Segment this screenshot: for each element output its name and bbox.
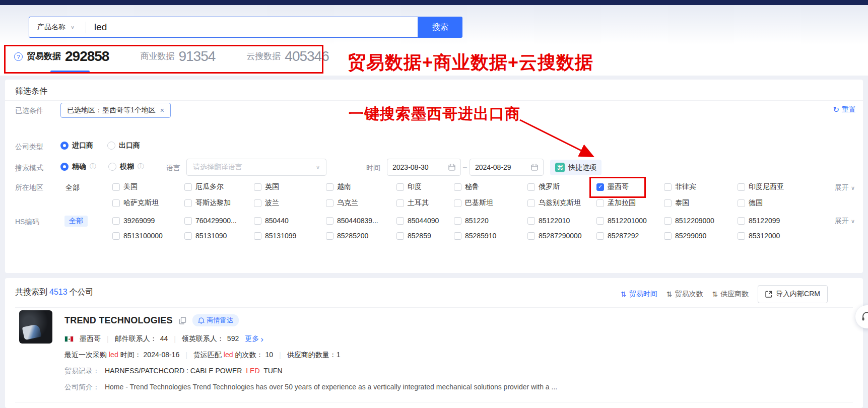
region-checkbox-russia[interactable]: 俄罗斯 bbox=[527, 182, 596, 191]
region-checkbox-thailand[interactable]: 泰国 bbox=[664, 198, 738, 208]
remove-tag-icon[interactable]: × bbox=[160, 106, 164, 114]
checkbox-icon bbox=[184, 183, 192, 191]
hs-checkbox[interactable]: 850440 bbox=[254, 217, 326, 225]
hs-checkbox[interactable]: 39269099 bbox=[112, 217, 184, 225]
checkbox-icon bbox=[664, 232, 672, 240]
region-row-1: 美国 厄瓜多尔 英国 越南 印度 秘鲁 俄罗斯 墨西哥 菲律宾 印度尼西亚 bbox=[112, 182, 813, 191]
region-label: 所在地区 bbox=[15, 183, 43, 192]
sort-by-trade-count[interactable]: ⇅ 贸易次数 bbox=[666, 290, 703, 299]
region-checkbox-india[interactable]: 印度 bbox=[396, 182, 454, 191]
checkbox-icon bbox=[738, 183, 745, 191]
more-contacts-link[interactable]: 更多 › bbox=[245, 334, 263, 344]
region-row-2: 哈萨克斯坦 哥斯达黎加 波兰 乌克兰 土耳其 巴基斯坦 乌兹别克斯坦 孟加拉国 … bbox=[112, 198, 813, 208]
region-checkbox-poland[interactable]: 波兰 bbox=[254, 198, 326, 208]
checkbox-icon bbox=[254, 199, 261, 207]
result-count-suffix: 个公司 bbox=[70, 288, 94, 296]
info-icon[interactable]: ⓘ bbox=[90, 162, 96, 171]
date-from-input[interactable]: 2023-08-30 bbox=[387, 159, 461, 176]
region-checkbox-kazakhstan[interactable]: 哈萨克斯坦 bbox=[112, 198, 184, 208]
region-checkbox-germany[interactable]: 德国 bbox=[738, 198, 813, 208]
region-checkbox-ecuador[interactable]: 厄瓜多尔 bbox=[184, 182, 254, 191]
email-contacts-label: 邮件联系人： bbox=[115, 334, 157, 343]
hs-checkbox[interactable]: 852859 bbox=[396, 232, 454, 240]
hs-checkbox[interactable]: 85285910 bbox=[454, 232, 527, 240]
company-name[interactable]: TREND TECHNOLOGIES bbox=[64, 315, 173, 326]
chevron-down-icon: ∨ bbox=[851, 185, 855, 191]
supplier-count-label: 供应商的数量： bbox=[287, 351, 337, 359]
search-input[interactable] bbox=[86, 17, 418, 37]
checkbox-label: 850440 bbox=[265, 217, 289, 225]
region-checkbox-turkey[interactable]: 土耳其 bbox=[396, 198, 454, 208]
hs-checkbox[interactable]: 85287290000 bbox=[527, 232, 596, 240]
radio-fuzzy[interactable]: 模糊 ⓘ bbox=[108, 162, 144, 171]
region-checkbox-bangladesh[interactable]: 孟加拉国 bbox=[596, 198, 664, 208]
search-button[interactable]: 搜索 bbox=[418, 17, 462, 38]
checkbox-label: 8513100000 bbox=[123, 232, 163, 240]
checkbox-label: 菲律宾 bbox=[675, 182, 696, 191]
checkbox-label: 德国 bbox=[749, 198, 763, 208]
checkbox-icon bbox=[184, 199, 192, 207]
language-select[interactable]: 请选择翻译语言 ∨ bbox=[186, 159, 326, 176]
region-checkbox-indonesia[interactable]: 印度尼西亚 bbox=[738, 182, 813, 191]
hs-checkbox[interactable]: 85122099 bbox=[738, 217, 813, 225]
hs-checkbox[interactable]: 8512201000 bbox=[596, 217, 664, 225]
freight-count: 10 bbox=[265, 351, 273, 359]
hs-checkbox[interactable]: 85131099 bbox=[254, 232, 326, 240]
radio-exact[interactable]: 精确 ⓘ bbox=[60, 162, 96, 171]
mexico-flag-icon bbox=[64, 336, 74, 342]
hs-checkbox[interactable]: 8512209000 bbox=[664, 217, 738, 225]
hs-checkbox[interactable]: 85285200 bbox=[326, 232, 396, 240]
checkbox-label: 851220 bbox=[465, 217, 489, 225]
company-title-row: TREND TECHNOLOGIES 商情雷达 bbox=[64, 314, 239, 326]
copy-icon[interactable] bbox=[179, 317, 186, 324]
search-field-select[interactable]: 产品名称 ∨ bbox=[29, 17, 86, 37]
region-checkbox-peru[interactable]: 秘鲁 bbox=[454, 182, 527, 191]
hs-expand-button[interactable]: 展开 ∨ bbox=[835, 217, 855, 226]
hs-checkbox[interactable]: 8513100000 bbox=[112, 232, 184, 240]
reset-icon: ↻ bbox=[833, 105, 839, 114]
hs-checkbox[interactable]: 85044090 bbox=[396, 217, 454, 225]
radio-exporter[interactable]: 出口商 bbox=[107, 141, 140, 150]
sort-by-supplier-count[interactable]: ⇅ 供应商数 bbox=[712, 290, 749, 299]
radar-bell-icon bbox=[198, 317, 205, 324]
calendar-icon bbox=[448, 164, 455, 171]
checkbox-label: 波兰 bbox=[265, 198, 279, 208]
region-checkbox-uk[interactable]: 英国 bbox=[254, 182, 326, 191]
linkedin-contacts-label: 领英联系人： bbox=[182, 334, 224, 343]
checkbox-icon bbox=[112, 217, 120, 225]
region-checkbox-ukraine[interactable]: 乌克兰 bbox=[326, 198, 396, 208]
trade-record-text: TUFN bbox=[263, 367, 282, 375]
region-checkbox-uzbekistan[interactable]: 乌兹别克斯坦 bbox=[527, 198, 596, 208]
sort-by-trade-time[interactable]: ⇅ 贸易时间 bbox=[621, 290, 657, 299]
checkbox-label: 哥斯达黎加 bbox=[195, 198, 231, 208]
region-expand-button[interactable]: 展开 ∨ bbox=[835, 183, 855, 192]
region-checkbox-pakistan[interactable]: 巴基斯坦 bbox=[454, 198, 527, 208]
hs-checkbox[interactable]: 85287292 bbox=[596, 232, 664, 240]
hs-all-option[interactable]: 全部 bbox=[64, 216, 88, 227]
company-thumbnail[interactable] bbox=[19, 310, 52, 344]
hs-checkbox[interactable]: 85131090 bbox=[184, 232, 254, 240]
hs-checkbox[interactable]: 760429900... bbox=[184, 217, 254, 225]
quick-options-button[interactable]: ⌘ 快捷选项 bbox=[550, 160, 602, 175]
hs-checkbox[interactable]: 85122010 bbox=[527, 217, 596, 225]
region-checkbox-philippines[interactable]: 菲律宾 bbox=[664, 182, 738, 191]
checkbox-icon bbox=[254, 183, 261, 191]
info-icon[interactable]: ⓘ bbox=[138, 162, 144, 171]
filter-panel-title: 筛选条件 bbox=[15, 86, 47, 97]
import-crm-button[interactable]: 导入内部CRM bbox=[758, 285, 828, 303]
headset-icon bbox=[861, 311, 868, 323]
search-bar: 产品名称 ∨ bbox=[29, 17, 418, 38]
region-all-option[interactable]: 全部 bbox=[65, 183, 80, 192]
region-checkbox-costa-rica[interactable]: 哥斯达黎加 bbox=[184, 198, 254, 208]
checkbox-label: 85131090 bbox=[195, 232, 227, 240]
hs-checkbox[interactable]: 85299090 bbox=[664, 232, 738, 240]
date-to-input[interactable]: 2024-08-29 bbox=[470, 159, 544, 176]
hs-checkbox[interactable]: 85312000 bbox=[738, 232, 813, 240]
hs-checkbox[interactable]: 850440839... bbox=[326, 217, 396, 225]
radio-importer[interactable]: 进口商 bbox=[60, 141, 93, 150]
hs-checkbox[interactable]: 851220 bbox=[454, 217, 527, 225]
reset-filters-button[interactable]: ↻ 重置 bbox=[833, 105, 856, 114]
region-checkbox-vietnam[interactable]: 越南 bbox=[326, 182, 396, 191]
region-checkbox-usa[interactable]: 美国 bbox=[112, 182, 184, 191]
business-radar-badge[interactable]: 商情雷达 bbox=[192, 314, 239, 326]
